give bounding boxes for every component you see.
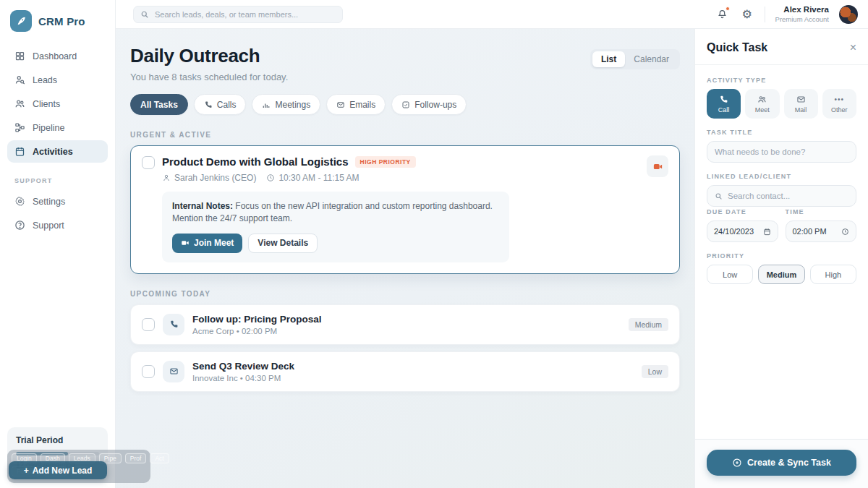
internal-notes-label: Internal Notes:: [172, 201, 233, 211]
filter-all-tasks[interactable]: All Tasks: [130, 94, 188, 115]
upcoming-task-card[interactable]: Follow up: Pricing Proposal Acme Corp • …: [130, 304, 680, 345]
settings-button[interactable]: ⚙: [740, 7, 754, 22]
activity-label: Call: [718, 106, 730, 114]
add-new-lead-button[interactable]: + Add New Lead: [9, 461, 107, 479]
close-icon[interactable]: ×: [850, 42, 856, 53]
user-info: Alex Rivera Premium Account: [775, 4, 829, 23]
notification-dot: [726, 7, 730, 11]
phone-icon: [163, 314, 184, 335]
sidebar-item-clients[interactable]: Clients: [7, 93, 108, 115]
upcoming-task-card[interactable]: Send Q3 Review Deck Innovate Inc • 04:30…: [130, 351, 680, 392]
notifications-button[interactable]: [715, 7, 730, 22]
page-title: Daily Outreach: [130, 45, 288, 67]
quick-task-panel: Quick Task × ACTIVITY TYPE Call Meet Mai…: [694, 29, 868, 488]
plus-icon: +: [24, 466, 29, 476]
due-date-field[interactable]: 24/10/2023: [707, 221, 778, 242]
create-sync-task-button[interactable]: Create & Sync Task: [707, 450, 856, 476]
sidebar-support-nav: Settings Support: [0, 190, 115, 236]
user-plan: Premium Account: [775, 15, 829, 24]
time-value: 02:00 PM: [793, 227, 827, 236]
gear-icon: [14, 196, 25, 207]
topbar: ⚙ Alex Rivera Premium Account: [116, 0, 868, 29]
task-checkbox[interactable]: [142, 365, 155, 378]
toggle-list[interactable]: List: [592, 51, 625, 67]
priority-group: Low Medium High: [707, 265, 856, 284]
global-search[interactable]: [133, 6, 343, 23]
task-filters: All Tasks Calls Meetings Emails Follow-u…: [130, 94, 680, 115]
task-meta: Acme Corp • 02:00 PM: [192, 327, 322, 335]
priority-low-button[interactable]: Low: [707, 265, 753, 284]
sidebar-item-dashboard[interactable]: Dashboard: [7, 45, 108, 67]
task-checkbox[interactable]: [142, 318, 155, 331]
filter-label: Follow-ups: [414, 100, 456, 110]
view-details-button[interactable]: View Details: [248, 234, 318, 253]
phone-icon: [204, 100, 213, 109]
time-field[interactable]: 02:00 PM: [786, 221, 857, 242]
clock-icon: [266, 174, 275, 182]
activity-call-button[interactable]: Call: [707, 89, 741, 119]
sidebar-item-label: Support: [33, 221, 64, 231]
task-title: Follow up: Pricing Proposal: [192, 314, 322, 325]
filter-meetings[interactable]: Meetings: [252, 94, 320, 115]
help-circle-icon: [14, 220, 25, 231]
task-contact-label: Sarah Jenkins (CEO): [174, 173, 256, 183]
filter-follow-ups[interactable]: Follow-ups: [391, 94, 467, 115]
sidebar-item-settings[interactable]: Settings: [7, 190, 108, 213]
sidebar-item-activities[interactable]: Activities: [7, 140, 108, 163]
task-title-field[interactable]: [707, 141, 856, 163]
filter-calls[interactable]: Calls: [194, 94, 247, 115]
internal-notes-box: Internal Notes: Focus on the new API int…: [162, 192, 509, 262]
toggle-calendar[interactable]: Calendar: [625, 51, 678, 67]
search-input[interactable]: [155, 10, 336, 19]
activity-meet-button[interactable]: Meet: [745, 89, 779, 119]
contact-search-input[interactable]: [728, 192, 848, 200]
sidebar-item-pipeline[interactable]: Pipeline: [7, 116, 108, 139]
people-icon: [757, 95, 767, 104]
due-date-value: 24/10/2023: [714, 227, 754, 236]
priority-high-button[interactable]: High: [810, 265, 856, 284]
time-label: TIME: [786, 208, 857, 215]
person-icon: [162, 174, 171, 182]
task-title-label: TASK TITLE: [707, 129, 856, 136]
meetings-icon: [262, 100, 271, 109]
calendar-icon: [763, 228, 771, 236]
activity-label: Meet: [755, 106, 770, 114]
filter-label: Emails: [349, 100, 375, 110]
priority-label: PRIORITY: [707, 252, 856, 260]
page-subtitle: You have 8 tasks scheduled for today.: [130, 72, 288, 82]
sidebar-item-label: Dashboard: [33, 51, 77, 61]
sidebar: CRM Pro Dashboard Leads Clients Pipeline: [0, 0, 116, 488]
overlay-pill: Act: [150, 453, 169, 463]
filter-label: Meetings: [275, 100, 310, 110]
gear-icon: ⚙: [741, 9, 752, 20]
activity-type-group: Call Meet Mail ••• Other: [707, 89, 856, 119]
activity-other-button[interactable]: ••• Other: [822, 89, 856, 119]
sidebar-item-leads[interactable]: Leads: [7, 69, 108, 91]
calendar-icon: [14, 146, 25, 157]
sidebar-item-support[interactable]: Support: [7, 214, 108, 236]
linked-lead-field[interactable]: [707, 185, 856, 207]
priority-medium-button[interactable]: Medium: [758, 265, 804, 284]
activity-mail-button[interactable]: Mail: [784, 89, 818, 119]
video-camera-icon: [652, 161, 663, 172]
checkbox-check-icon: [401, 100, 410, 109]
join-meet-button[interactable]: Join Meet: [172, 234, 242, 253]
sidebar-item-label: Clients: [33, 99, 60, 109]
app-name: CRM Pro: [38, 15, 85, 27]
avatar[interactable]: [839, 5, 858, 24]
filter-emails[interactable]: Emails: [326, 94, 386, 115]
video-call-button[interactable]: [647, 155, 668, 177]
section-urgent-label: URGENT & ACTIVE: [130, 131, 680, 139]
user-name: Alex Rivera: [775, 4, 829, 14]
linked-lead-label: LINKED LEAD/CLIENT: [707, 173, 856, 180]
activity-label: Other: [831, 106, 848, 114]
mail-icon: [796, 95, 806, 104]
filter-label: All Tasks: [140, 100, 178, 110]
task-checkbox[interactable]: [142, 156, 155, 169]
task-title-input[interactable]: [715, 147, 848, 156]
priority-badge: HIGH PRIORITY: [355, 156, 416, 168]
sidebar-item-label: Settings: [33, 197, 65, 207]
main-content: Daily Outreach You have 8 tasks schedule…: [116, 29, 694, 488]
task-contact: Sarah Jenkins (CEO): [162, 173, 256, 183]
clock-icon: [841, 228, 849, 236]
